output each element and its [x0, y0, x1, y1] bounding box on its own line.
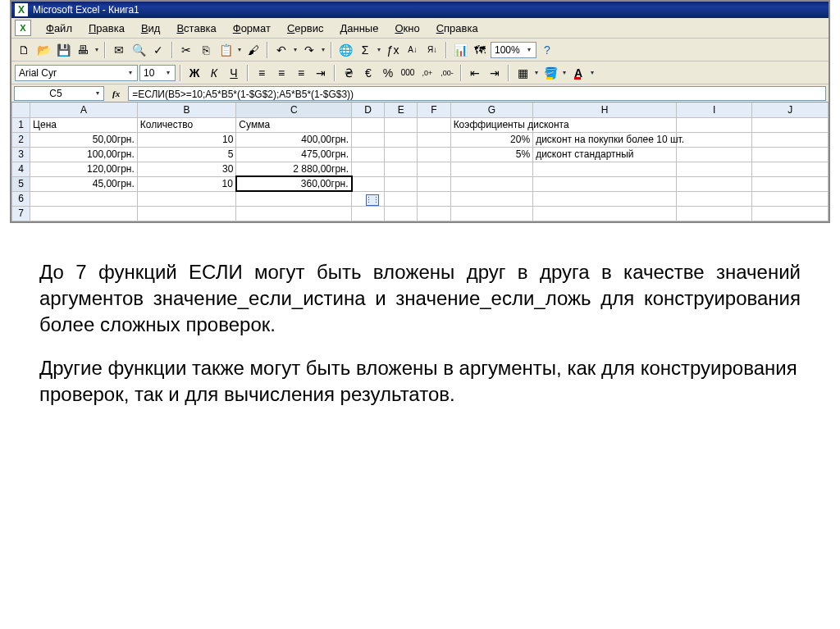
font-color-dropdown-icon[interactable]: ▾: [589, 69, 596, 76]
redo-dropdown-icon[interactable]: ▾: [320, 46, 326, 53]
col-header-C[interactable]: C: [236, 103, 352, 117]
cell-C6[interactable]: [236, 191, 352, 206]
map-icon[interactable]: 🗺: [471, 41, 489, 59]
currency-icon[interactable]: ₴: [340, 64, 358, 82]
cell-F6[interactable]: [418, 191, 450, 206]
cell-B5[interactable]: 10: [137, 176, 236, 191]
row-header-5[interactable]: 5: [12, 176, 30, 191]
merge-center-icon[interactable]: ⇥: [312, 64, 330, 82]
document-icon[interactable]: X: [15, 20, 31, 36]
col-header-J[interactable]: J: [752, 103, 829, 117]
fx-icon[interactable]: fx: [112, 89, 120, 98]
fill-color-dropdown-icon[interactable]: ▾: [561, 69, 568, 76]
cell-G2[interactable]: 20%: [450, 132, 533, 147]
select-all-corner[interactable]: [12, 103, 30, 117]
spreadsheet-grid[interactable]: ABCDEFGHIJ 1ЦенаКоличествоСуммаКоэффицие…: [11, 103, 829, 221]
save-icon[interactable]: 💾: [54, 41, 72, 59]
chart-icon[interactable]: 📊: [451, 41, 469, 59]
cell-E5[interactable]: [385, 176, 418, 191]
cell-E1[interactable]: [385, 117, 418, 132]
decrease-indent-icon[interactable]: ⇤: [466, 64, 484, 82]
cell-D1[interactable]: [352, 117, 385, 132]
row-header-1[interactable]: 1: [12, 117, 30, 132]
cell-G1[interactable]: Коэффициенты дисконта: [450, 117, 533, 132]
cell-D4[interactable]: [352, 162, 385, 176]
cell-F2[interactable]: [418, 132, 450, 147]
cut-icon[interactable]: ✂: [177, 41, 195, 59]
comma-icon[interactable]: 000: [399, 64, 417, 82]
cell-J5[interactable]: [752, 176, 829, 191]
cell-G3[interactable]: 5%: [450, 147, 533, 162]
cell-F7[interactable]: [418, 206, 450, 221]
name-box[interactable]: C5 ▾: [14, 86, 104, 101]
align-left-icon[interactable]: ≡: [253, 64, 271, 82]
spellcheck-icon[interactable]: ✓: [149, 41, 167, 59]
font-name-dropdown-icon[interactable]: ▾: [127, 69, 134, 76]
cell-I7[interactable]: [677, 206, 752, 221]
font-size-select[interactable]: 10 ▾: [139, 65, 176, 81]
col-header-A[interactable]: A: [30, 103, 138, 117]
format-painter-icon[interactable]: 🖌: [244, 41, 262, 59]
cell-B6[interactable]: [137, 191, 236, 206]
cell-I6[interactable]: [677, 191, 752, 206]
cell-E6[interactable]: [385, 191, 418, 206]
menu-файл[interactable]: Файл: [38, 20, 80, 37]
zoom-dropdown-icon[interactable]: ▾: [526, 46, 532, 53]
cell-I5[interactable]: [677, 176, 752, 191]
email-icon[interactable]: ✉: [110, 41, 128, 59]
menu-формат[interactable]: Формат: [225, 20, 279, 37]
cell-D2[interactable]: [352, 132, 385, 147]
hyperlink-icon[interactable]: 🌐: [336, 41, 354, 59]
menu-окно[interactable]: Окно: [386, 20, 427, 37]
copy-icon[interactable]: ⎘: [197, 41, 215, 59]
col-header-D[interactable]: D: [352, 103, 385, 117]
cell-A1[interactable]: Цена: [30, 117, 138, 132]
undo-icon[interactable]: ↶: [272, 41, 290, 59]
cell-B7[interactable]: [137, 206, 236, 221]
menu-данные[interactable]: Данные: [331, 20, 386, 37]
increase-indent-icon[interactable]: ⇥: [486, 64, 504, 82]
function-icon[interactable]: ƒх: [384, 41, 402, 59]
cell-J7[interactable]: [752, 206, 829, 221]
cell-H6[interactable]: [533, 191, 677, 206]
cell-E2[interactable]: [385, 132, 418, 147]
cell-C5[interactable]: 360,00грн.: [236, 176, 352, 191]
cell-H2[interactable]: дисконт на покупки более 10 шт.: [533, 132, 677, 147]
cell-G5[interactable]: [450, 176, 533, 191]
cell-A4[interactable]: 120,00грн.: [30, 162, 138, 176]
cell-A2[interactable]: 50,00грн.: [30, 132, 138, 147]
borders-dropdown-icon[interactable]: ▾: [533, 69, 540, 76]
zoom-select[interactable]: 100% ▾: [491, 42, 536, 58]
cell-F1[interactable]: [418, 117, 450, 132]
bold-icon[interactable]: Ж: [185, 64, 203, 82]
cell-J4[interactable]: [752, 162, 829, 176]
cell-J1[interactable]: [752, 117, 829, 132]
euro-icon[interactable]: €: [359, 64, 377, 82]
cell-H7[interactable]: [533, 206, 677, 221]
cell-C7[interactable]: [236, 206, 352, 221]
row-header-4[interactable]: 4: [12, 162, 30, 176]
cell-I1[interactable]: [677, 117, 752, 132]
cell-I2[interactable]: [677, 132, 752, 147]
redo-icon[interactable]: ↷: [300, 41, 318, 59]
underline-icon[interactable]: Ч: [225, 64, 243, 82]
undo-dropdown-icon[interactable]: ▾: [292, 46, 299, 53]
col-header-H[interactable]: H: [533, 103, 677, 117]
font-color-icon[interactable]: А: [569, 64, 587, 82]
cell-H4[interactable]: [533, 162, 677, 176]
cell-G4[interactable]: [450, 162, 533, 176]
cell-F4[interactable]: [418, 162, 450, 176]
print-dropdown-icon[interactable]: ▾: [94, 46, 100, 53]
cell-E4[interactable]: [385, 162, 418, 176]
row-header-7[interactable]: 7: [12, 206, 30, 221]
row-header-6[interactable]: 6: [12, 191, 30, 206]
align-center-icon[interactable]: ≡: [272, 64, 290, 82]
paste-dropdown-icon[interactable]: ▾: [236, 46, 243, 53]
cell-J3[interactable]: [752, 147, 829, 162]
borders-icon[interactable]: ▦: [514, 64, 532, 82]
cell-I3[interactable]: [677, 147, 752, 162]
col-header-G[interactable]: G: [450, 103, 533, 117]
percent-icon[interactable]: %: [379, 64, 397, 82]
decrease-decimal-icon[interactable]: ,00-: [438, 64, 456, 82]
menu-правка[interactable]: Правка: [80, 20, 133, 37]
